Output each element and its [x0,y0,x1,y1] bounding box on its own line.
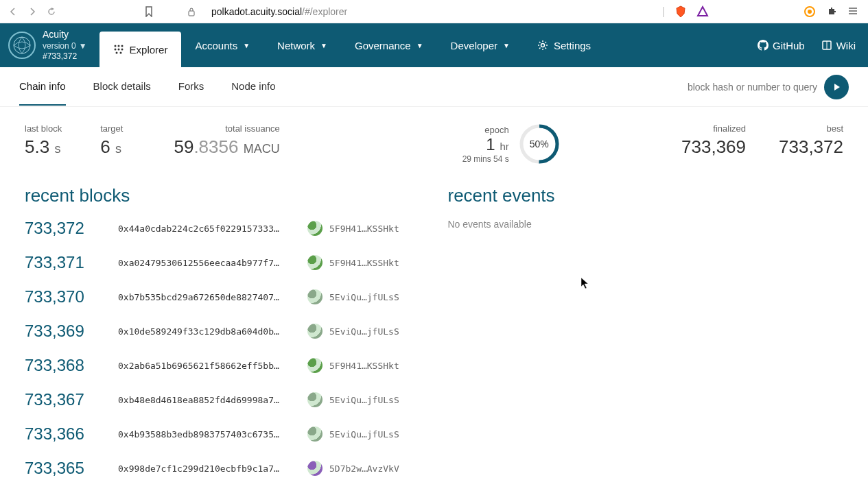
subtab-node-info[interactable]: Node info [231,68,275,106]
stat-value-int: 59 [174,136,193,157]
chevron-down-icon: ▼ [503,42,510,49]
brand-name: Acuity [43,28,87,40]
author-address: 5D7b2w…AvzVkV [329,463,399,474]
block-number[interactable]: 733,372 [25,219,102,238]
reload-button[interactable] [47,7,56,16]
link-label: GitHub [773,40,805,51]
back-button[interactable] [8,7,18,16]
brand-version: version 0 [43,41,76,52]
block-hash[interactable]: 0x10de589249f33c129db8a604d0b… [118,326,291,337]
app-nav: Acuity version 0 ▼ #733,372 Explorer Acc… [0,23,868,67]
recent-events-column: recent events No events available [448,185,844,482]
section-heading: recent events [448,185,844,206]
block-author[interactable]: 5EviQu…jfULsS [307,392,399,407]
gear-icon [537,40,548,51]
subtab-block-details[interactable]: Block details [93,68,151,106]
svg-point-13 [115,52,117,54]
url-bar[interactable]: polkadot.acuity.social/#/explorer [211,6,347,17]
stat-best: best 733,372 [779,123,843,158]
author-address: 5F9H41…KSSHkt [329,258,399,268]
block-row: 733,3660x4b93588b3edb8983757403c6735…5Ev… [25,424,421,444]
stat-unit: MACU [244,142,280,156]
block-author[interactable]: 5EviQu…jfULsS [307,289,399,304]
author-address: 5F9H41…KSSHkt [329,224,399,234]
tab-label: Network [277,40,315,51]
epoch-percent: 50% [519,123,560,165]
author-address: 5F9H41…KSSHkt [329,361,399,371]
block-hash[interactable]: 0xb48e8d4618ea8852fd4d69998a7… [118,395,291,405]
svg-rect-0 [189,11,194,16]
block-hash[interactable]: 0xb7b535bcd29a672650de8827407… [118,292,291,302]
stat-issuance: total issuance 59.8356 MACU [174,123,279,158]
brand[interactable]: Acuity version 0 ▼ #733,372 [0,23,99,67]
epoch-ring: 50% [519,123,560,165]
tab-accounts[interactable]: Accounts▼ [181,23,263,67]
forward-button[interactable] [27,7,37,16]
tab-label: Governance [355,40,411,51]
logo-icon [8,32,36,59]
triangle-icon[interactable] [696,5,709,18]
tab-label: Developer [451,40,497,51]
tab-label: Settings [554,40,591,51]
block-search-input[interactable] [666,82,817,93]
block-row: 733,3710xa02479530612556eecaa4b977f7…5F9… [25,253,421,272]
extension-icon-1[interactable] [804,5,816,18]
brave-shield-icon[interactable] [675,5,687,18]
extensions-icon[interactable] [825,5,838,18]
author-address: 5EviQu…jfULsS [329,395,399,405]
tab-governance[interactable]: Governance▼ [341,23,437,67]
stat-value: 6 [100,136,110,157]
stat-last-block: last block 5.3 s [25,123,62,158]
query-button[interactable] [824,75,849,99]
block-number[interactable]: 733,368 [25,356,102,375]
stat-label: best [779,123,843,134]
book-icon [821,40,832,51]
svg-point-2 [808,10,812,14]
identicon [307,358,322,373]
block-number[interactable]: 733,370 [25,287,102,306]
block-author[interactable]: 5EviQu…jfULsS [307,324,399,339]
lock-icon [187,7,196,16]
identicon [307,255,322,270]
svg-point-7 [114,45,116,47]
tab-network[interactable]: Network▼ [263,23,341,67]
block-number[interactable]: 733,369 [25,322,102,341]
block-author[interactable]: 5EviQu…jfULsS [307,426,399,442]
recent-blocks-column: recent blocks 733,3720x44a0cdab224c2c65f… [25,185,421,482]
svg-point-11 [117,49,119,51]
block-row: 733,3700xb7b535bcd29a672650de8827407…5Ev… [25,287,421,306]
block-author[interactable]: 5F9H41…KSSHkt [307,221,399,236]
identicon [307,392,322,407]
block-hash[interactable]: 0x44a0cdab224c2c65f0229157333… [118,224,291,234]
subtab-chain-info[interactable]: Chain info [19,68,66,106]
block-number[interactable]: 733,365 [25,459,102,478]
block-number[interactable]: 733,367 [25,390,102,409]
block-number[interactable]: 733,366 [25,424,102,444]
svg-point-9 [121,45,123,47]
github-link[interactable]: GitHub [758,40,805,51]
block-hash[interactable]: 0x2ab6a51b6965621f58662eff5bb… [118,361,291,371]
block-hash[interactable]: 0xa02479530612556eecaa4b977f7… [118,258,291,268]
svg-point-15 [541,44,544,47]
svg-point-12 [121,49,123,51]
author-address: 5EviQu…jfULsS [329,326,399,337]
tab-explorer[interactable]: Explorer [99,32,182,67]
block-author[interactable]: 5F9H41…KSSHkt [307,255,399,270]
section-heading: recent blocks [25,185,421,206]
svg-point-6 [14,37,30,53]
tab-developer[interactable]: Developer▼ [437,23,524,67]
wiki-link[interactable]: Wiki [821,40,856,51]
bookmark-icon[interactable] [144,7,154,16]
chevron-down-icon: ▼ [417,42,423,49]
subtab-forks[interactable]: Forks [178,68,204,106]
stat-value: 733,372 [779,136,843,158]
block-hash[interactable]: 0x4b93588b3edb8983757403c6735… [118,429,291,439]
block-author[interactable]: 5D7b2w…AvzVkV [307,461,399,476]
block-number[interactable]: 733,371 [25,253,102,272]
block-author[interactable]: 5F9H41…KSSHkt [307,358,399,373]
epoch-big-value: 1 [486,135,495,154]
menu-icon[interactable] [847,5,860,18]
block-hash[interactable]: 0x998de7cf1c299d210ecbfb9c1a7… [118,463,291,474]
svg-point-10 [114,49,116,51]
tab-settings[interactable]: Settings [524,23,605,67]
